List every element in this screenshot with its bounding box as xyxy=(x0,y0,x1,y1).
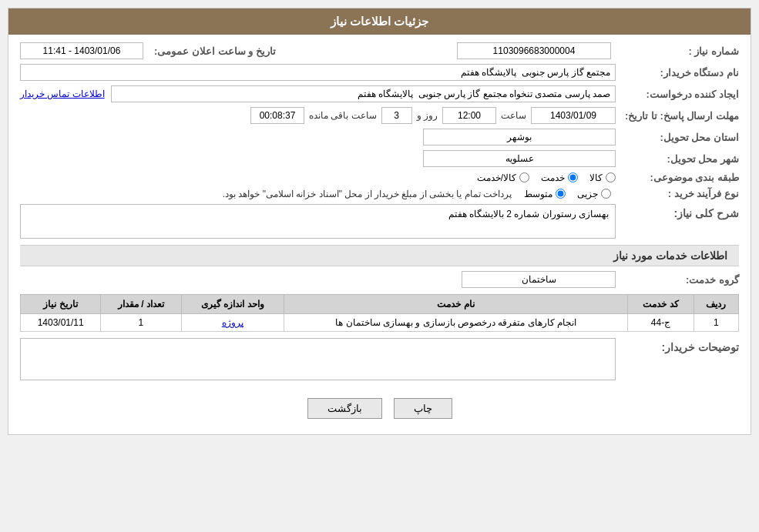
services-section-header: اطلاعات خدمات مورد نیاز xyxy=(20,245,739,266)
category-radio-group: کالا خدمت کالا/خدمت xyxy=(477,172,616,183)
col-service-name: نام خدمت xyxy=(284,295,628,314)
category-khadamat[interactable]: خدمت xyxy=(541,172,578,183)
col-date: تاریخ نیاز xyxy=(21,295,101,314)
process-label: نوع فرآیند خرید : xyxy=(616,188,739,199)
page-title: جزئیات اطلاعات نیاز xyxy=(8,8,751,35)
cell-service-name: انجام کارهای متفرقه درخصوص بازسازی و بهس… xyxy=(284,314,628,332)
category-khadamat-radio[interactable] xyxy=(568,172,578,182)
cell-date: 1403/01/11 xyxy=(21,314,101,332)
button-row: بازگشت چاپ xyxy=(20,390,739,427)
city-label: شهر محل تحویل: xyxy=(616,153,739,165)
services-table-wrapper: ردیف کد خدمت نام خدمت واحد اندازه گیری ت… xyxy=(20,294,739,332)
service-group-label: گروه خدمت: xyxy=(616,274,739,286)
col-row-num: ردیف xyxy=(694,295,738,314)
deadline-remaining-label: ساعت باقی مانده xyxy=(309,110,377,121)
services-table: ردیف کد خدمت نام خدمت واحد اندازه گیری ت… xyxy=(20,294,739,332)
col-unit: واحد اندازه گیری xyxy=(181,295,284,314)
creator-label: ایجاد کننده درخواست: xyxy=(616,89,739,100)
buyer-notes-label: توضیحات خریدار: xyxy=(616,338,739,353)
print-button[interactable]: چاپ xyxy=(394,398,452,419)
description-value: بهسازی رستوران شماره 2 بالایشگاه هفتم xyxy=(448,209,609,219)
process-motovaset[interactable]: متوسط xyxy=(524,189,566,199)
description-label: شرح کلی نیاز: xyxy=(616,204,739,219)
announce-input[interactable] xyxy=(20,42,143,59)
creator-contact-link[interactable]: اطلاعات تماس خریدار xyxy=(20,89,105,99)
process-radio-group: جزیی متوسط xyxy=(524,189,611,199)
category-label: طبقه بندی موضوعی: xyxy=(616,172,739,183)
need-number-label: شماره نیاز : xyxy=(616,45,739,57)
table-row: 1 ج-44 انجام کارهای متفرقه درخصوص بازساز… xyxy=(21,314,739,332)
province-input[interactable] xyxy=(423,129,616,146)
deadline-time-input[interactable] xyxy=(442,107,496,124)
back-button[interactable]: بازگشت xyxy=(307,398,382,419)
cell-qty: 1 xyxy=(101,314,181,332)
buyer-name-label: نام دستگاه خریدار: xyxy=(616,67,739,79)
buyer-notes-textarea[interactable] xyxy=(20,338,616,380)
cell-unit[interactable]: پروژه xyxy=(181,314,284,332)
announce-label: تاریخ و ساعت اعلان عمومی: xyxy=(148,45,276,57)
category-kala-khadamat-radio[interactable] xyxy=(519,172,529,182)
process-jozvi-radio[interactable] xyxy=(601,189,611,199)
process-jozvi[interactable]: جزیی xyxy=(577,189,611,199)
city-input[interactable] xyxy=(423,150,616,167)
category-kala-radio[interactable] xyxy=(606,172,616,182)
province-label: استان محل تحویل: xyxy=(616,132,739,143)
col-service-code: کد خدمت xyxy=(628,295,694,314)
creator-input xyxy=(111,85,616,102)
col-qty: تعداد / مقدار xyxy=(101,295,181,314)
deadline-day-label: روز و xyxy=(417,110,438,121)
deadline-days-input[interactable] xyxy=(381,107,412,124)
buyer-name-input[interactable] xyxy=(20,64,616,81)
need-number-input[interactable] xyxy=(457,42,611,59)
category-kala[interactable]: کالا xyxy=(589,172,616,183)
process-motovaset-radio[interactable] xyxy=(556,189,566,199)
process-note: پرداخت تمام یا بخشی از مبلغ خریدار از مح… xyxy=(223,189,512,199)
cell-row-num: 1 xyxy=(694,314,738,332)
category-kala-khadamat[interactable]: کالا/خدمت xyxy=(477,172,529,183)
deadline-date-input[interactable] xyxy=(531,107,616,124)
deadline-time-label: ساعت xyxy=(501,110,526,121)
cell-service-code: ج-44 xyxy=(628,314,694,332)
deadline-label: مهلت ارسال پاسخ: تا تاریخ: xyxy=(616,110,739,122)
service-group-input[interactable] xyxy=(462,271,616,288)
deadline-remaining-input xyxy=(250,107,304,124)
